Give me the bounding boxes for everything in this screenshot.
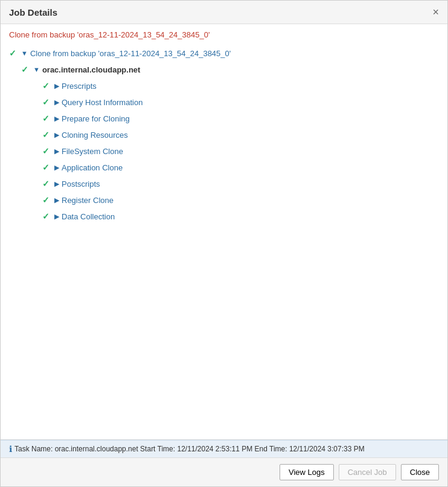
check-icon: ✓ [42, 210, 54, 223]
expand-icon[interactable]: ▶ [54, 130, 59, 140]
expand-icon[interactable]: ▶ [54, 146, 59, 156]
dialog-header: Job Details × [1, 1, 447, 24]
expand-icon[interactable]: ▶ [54, 195, 59, 205]
tree-root-item: ✓ ▼ Clone from backup 'oras_12-11-2024_1… [9, 45, 439, 62]
list-item: ✓ ▶ Cloning Resources [9, 127, 439, 143]
list-item: ✓ ▶ Register Clone [9, 192, 439, 208]
host-label: orac.internal.cloudapp.net [42, 64, 141, 76]
job-tree: ✓ ▼ Clone from backup 'oras_12-11-2024_1… [9, 45, 439, 225]
info-icon: ℹ [9, 444, 12, 454]
check-icon: ✓ [42, 145, 54, 158]
status-bar: ℹ Task Name: orac.internal.cloudapp.net … [1, 440, 447, 457]
check-icon: ✓ [42, 80, 54, 92]
dialog-footer: View Logs Cancel Job Close [1, 457, 447, 486]
check-icon: ✓ [42, 194, 54, 207]
expand-icon[interactable]: ▶ [54, 163, 59, 173]
dialog-title: Job Details [9, 7, 57, 18]
expand-icon[interactable]: ▶ [54, 211, 59, 222]
expand-icon[interactable]: ▶ [54, 97, 59, 108]
check-icon: ✓ [42, 112, 54, 125]
check-icon: ✓ [42, 96, 54, 109]
item-label: Prepare for Cloning [62, 113, 130, 125]
list-item: ✓ ▶ Query Host Information [9, 94, 439, 111]
view-logs-button[interactable]: View Logs [280, 464, 334, 480]
list-item: ✓ ▶ Prepare for Cloning [9, 111, 439, 127]
list-item: ✓ ▶ Application Clone [9, 160, 439, 176]
item-label: Register Clone [62, 195, 114, 207]
list-item: ✓ ▶ Prescripts [9, 78, 439, 94]
item-label: FileSystem Clone [62, 146, 123, 158]
item-label: Data Collection [62, 211, 115, 223]
item-label: Postscripts [62, 178, 100, 190]
close-button[interactable]: Close [401, 464, 439, 480]
close-icon[interactable]: × [432, 7, 439, 18]
list-item: ✓ ▶ Data Collection [9, 208, 439, 225]
expand-icon[interactable]: ▼ [21, 48, 28, 59]
dialog-body: Clone from backup 'oras_12-11-2024_13_54… [1, 24, 447, 440]
check-icon: ✓ [42, 129, 54, 141]
list-item: ✓ ▶ Postscripts [9, 176, 439, 192]
item-label: Application Clone [62, 162, 123, 174]
check-icon: ✓ [9, 47, 21, 60]
root-label: Clone from backup 'oras_12-11-2024_13_54… [30, 48, 231, 60]
item-label: Prescripts [62, 80, 97, 92]
expand-icon[interactable]: ▶ [54, 81, 59, 91]
main-title: Clone from backup 'oras_12-11-2024_13_54… [9, 30, 439, 39]
check-icon: ✓ [42, 178, 54, 190]
item-label: Query Host Information [62, 97, 142, 109]
status-text: Task Name: orac.internal.cloudapp.net St… [14, 445, 365, 453]
cancel-job-button[interactable]: Cancel Job [339, 464, 396, 480]
expand-icon[interactable]: ▶ [54, 114, 59, 124]
expand-icon[interactable]: ▶ [54, 179, 59, 189]
check-icon: ✓ [42, 161, 54, 174]
expand-icon[interactable]: ▼ [33, 65, 40, 75]
job-details-dialog: Job Details × Clone from backup 'oras_12… [0, 0, 448, 487]
tree-host-item: ✓ ▼ orac.internal.cloudapp.net [9, 62, 439, 78]
item-label: Cloning Resources [62, 129, 128, 141]
list-item: ✓ ▶ FileSystem Clone [9, 143, 439, 160]
check-icon: ✓ [21, 63, 33, 76]
